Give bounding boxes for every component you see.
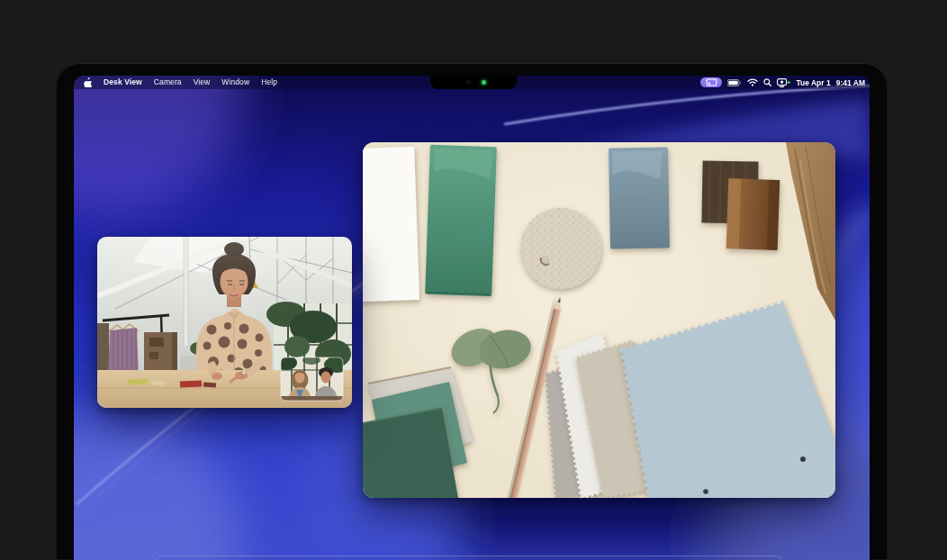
green-ceramic-tile [425,145,497,296]
notch-camera-lens [466,80,471,85]
apple-logo-icon[interactable] [84,77,92,87]
wifi-icon[interactable] [747,78,758,86]
screen-sharing-indicator[interactable] [700,77,722,87]
spotlight-search-icon[interactable] [763,78,771,86]
menu-item-help[interactable]: Help [261,76,277,89]
camera-active-led [482,80,486,85]
display-notch [430,76,517,89]
menu-clock-time[interactable]: 9:41 AM [836,78,865,87]
blue-gray-tile [609,147,670,248]
battery-icon[interactable] [727,79,742,86]
desk-view-window[interactable] [363,142,835,498]
macbook-screen: Desk View Camera View Window Help [74,76,870,560]
felt-disc [520,208,601,289]
dark-green-tile [363,408,458,498]
desk-view-video [363,142,835,498]
facetime-call-window[interactable] [97,237,352,408]
silver-ring [242,371,245,374]
menu-item-window[interactable]: Window [221,76,249,89]
facetime-video [97,237,352,408]
marketing-scene: Desk View Camera View Window Help [0,0,947,560]
camera-indicator-icon[interactable] [777,78,790,87]
menu-clock-date[interactable]: Tue Apr 1 [796,78,830,87]
dock-edge[interactable] [155,555,783,560]
menu-app-name[interactable]: Desk View [104,76,142,89]
brown-wood-sample [726,178,780,250]
white-card [363,147,419,302]
menu-item-camera[interactable]: Camera [154,76,182,89]
menu-item-view[interactable]: View [194,76,211,89]
